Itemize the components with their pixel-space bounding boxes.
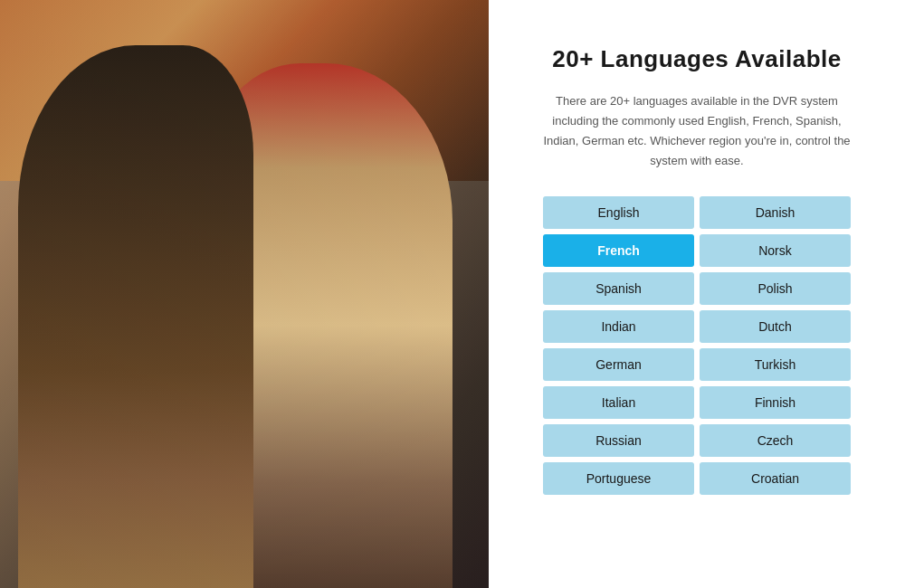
lang-cell-russian[interactable]: Russian <box>543 424 694 457</box>
lang-cell-turkish[interactable]: Turkish <box>700 348 851 381</box>
page-wrapper: 20+ Languages Available There are 20+ la… <box>0 0 905 588</box>
photo-overlay <box>0 0 489 588</box>
lang-cell-norsk[interactable]: Norsk <box>700 234 851 267</box>
lang-cell-danish[interactable]: Danish <box>700 196 851 229</box>
lang-cell-indian[interactable]: Indian <box>543 310 694 343</box>
lang-cell-portuguese[interactable]: Portuguese <box>543 462 694 495</box>
photo-panel <box>0 0 489 588</box>
photo-bg <box>0 0 489 588</box>
lang-cell-finnish[interactable]: Finnish <box>700 386 851 419</box>
lang-cell-czech[interactable]: Czech <box>700 424 851 457</box>
lang-cell-croatian[interactable]: Croatian <box>700 462 851 495</box>
lang-cell-english[interactable]: English <box>543 196 694 229</box>
language-grid: EnglishDanishFrenchNorskSpanishPolishInd… <box>543 196 851 495</box>
section-description: There are 20+ languages available in the… <box>543 91 851 171</box>
right-panel: 20+ Languages Available There are 20+ la… <box>489 0 905 588</box>
lang-cell-french[interactable]: French <box>543 234 694 267</box>
section-title: 20+ Languages Available <box>552 45 842 73</box>
lang-cell-italian[interactable]: Italian <box>543 386 694 419</box>
lang-cell-spanish[interactable]: Spanish <box>543 272 694 305</box>
lang-cell-dutch[interactable]: Dutch <box>700 310 851 343</box>
lang-cell-polish[interactable]: Polish <box>700 272 851 305</box>
lang-cell-german[interactable]: German <box>543 348 694 381</box>
